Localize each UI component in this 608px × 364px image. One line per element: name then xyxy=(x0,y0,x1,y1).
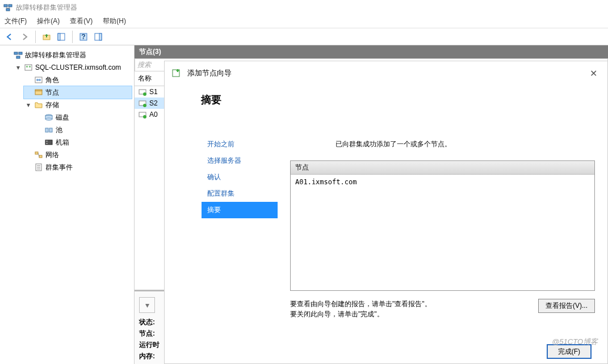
step-summary[interactable]: 摘要 xyxy=(202,202,278,218)
tree-disks[interactable]: 磁盘 xyxy=(34,111,132,124)
menu-view[interactable]: 查看(V) xyxy=(70,16,93,26)
tree-enclosure[interactable]: 机箱 xyxy=(34,136,132,149)
tree-pools[interactable]: 池 xyxy=(34,124,132,136)
tree-events[interactable]: 群集事件 xyxy=(24,161,132,173)
menu-action[interactable]: 操作(A) xyxy=(37,16,60,26)
enclosure-icon xyxy=(44,138,53,147)
column-name[interactable]: 名称 xyxy=(135,71,169,86)
tree-label: SQL-CLUSTER.ixmsoft.com xyxy=(35,62,121,73)
tree-networks[interactable]: 网络 xyxy=(24,149,132,161)
close-button[interactable]: ✕ xyxy=(586,66,601,81)
svg-rect-11 xyxy=(99,33,102,40)
svg-rect-17 xyxy=(29,66,31,67)
hint-line2: 要关闭此向导，请单击"完成"。 xyxy=(290,310,384,318)
cluster-icon xyxy=(24,63,33,72)
svg-rect-32 xyxy=(39,155,42,158)
nodes-icon xyxy=(34,88,43,97)
svg-rect-16 xyxy=(26,66,28,67)
collapse-icon[interactable]: ▾ xyxy=(15,62,22,73)
hint-line1: 要查看由向导创建的报告，请单击"查看报告"。 xyxy=(290,300,431,308)
svg-point-41 xyxy=(143,104,146,107)
svg-rect-29 xyxy=(46,141,48,142)
svg-rect-12 xyxy=(14,52,18,54)
tree-root[interactable]: 故障转移群集管理器 xyxy=(3,49,132,61)
wizard-steps: 开始之前 选择服务器 确认 配置群集 摘要 xyxy=(202,85,278,362)
tree-label: 节点 xyxy=(45,87,59,98)
help-button[interactable]: ? xyxy=(77,31,90,43)
svg-rect-0 xyxy=(4,5,7,7)
menu-help[interactable]: 帮助(H) xyxy=(103,16,126,26)
title-bar: 故障转移群集管理器 xyxy=(0,0,608,15)
svg-rect-14 xyxy=(16,56,20,58)
wizard-titlebar: 添加节点向导 ✕ xyxy=(165,61,607,85)
svg-rect-31 xyxy=(35,152,38,154)
app-icon xyxy=(3,3,12,12)
step-configure[interactable]: 配置群集 xyxy=(202,185,278,202)
server-icon xyxy=(138,87,147,96)
wizard-hint: 要查看由向导创建的报告，请单击"查看报告"。 要关闭此向导，请单击"完成"。 xyxy=(290,299,527,319)
tree-roles[interactable]: 角色 xyxy=(24,74,132,86)
tree-label: 池 xyxy=(56,124,62,136)
result-body: A01.ixmsoft.com xyxy=(291,175,594,189)
tree-cluster[interactable]: ▾ SQL-CLUSTER.ixmsoft.com xyxy=(14,61,132,74)
show-hide-action-pane-button[interactable] xyxy=(92,31,104,43)
server-icon xyxy=(138,99,147,108)
toolbar-separator xyxy=(35,31,36,43)
svg-rect-21 xyxy=(35,91,42,95)
tree-pane: 故障转移群集管理器 ▾ SQL-CLUSTER.ixmsoft.com xyxy=(0,45,135,364)
menu-file[interactable]: 文件(F) xyxy=(5,16,27,26)
menu-bar: 文件(F) 操作(A) 查看(V) 帮助(H) xyxy=(0,15,608,28)
tree-storage[interactable]: ▾ 存储 xyxy=(24,99,132,111)
up-folder-button[interactable] xyxy=(40,31,53,43)
wizard-heading: 摘要 xyxy=(201,85,221,112)
tree-label: 角色 xyxy=(45,74,59,86)
wizard-icon xyxy=(171,68,182,78)
back-button[interactable] xyxy=(3,31,16,43)
svg-text:?: ? xyxy=(81,33,85,41)
svg-rect-15 xyxy=(25,65,32,70)
svg-rect-26 xyxy=(45,128,48,132)
svg-point-39 xyxy=(143,92,146,96)
tree-label: 群集事件 xyxy=(45,162,73,173)
add-node-wizard: 添加节点向导 ✕ 摘要 开始之前 选择服务器 确认 配置群集 摘要 已向群集成功… xyxy=(164,61,608,364)
svg-point-43 xyxy=(143,115,146,118)
window-title: 故障转移群集管理器 xyxy=(16,3,77,12)
step-select[interactable]: 选择服务器 xyxy=(202,153,278,169)
watermark: @51CTO博客 xyxy=(552,337,598,347)
toolbar: ? xyxy=(0,28,608,45)
forward-button[interactable] xyxy=(18,31,31,43)
server-icon xyxy=(138,110,147,119)
cluster-manager-icon xyxy=(14,50,23,60)
network-icon xyxy=(34,150,43,159)
result-header: 节点 xyxy=(291,161,594,175)
svg-point-25 xyxy=(45,118,52,120)
result-box: 节点 A01.ixmsoft.com xyxy=(290,160,595,291)
node-name: A0 xyxy=(149,111,158,118)
view-report-button[interactable]: 查看报告(V)... xyxy=(538,299,595,313)
step-before[interactable]: 开始之前 xyxy=(202,136,278,153)
node-name: S1 xyxy=(149,88,158,96)
node-name: S2 xyxy=(149,99,158,107)
wizard-success-message: 已向群集成功添加了一个或多个节点。 xyxy=(290,91,595,160)
svg-rect-7 xyxy=(58,33,60,40)
tree-label: 机箱 xyxy=(56,137,69,148)
svg-point-19 xyxy=(36,79,39,81)
step-confirm[interactable]: 确认 xyxy=(202,169,278,185)
wizard-title: 添加节点向导 xyxy=(187,68,232,78)
svg-line-33 xyxy=(38,153,39,156)
tree-label: 磁盘 xyxy=(56,112,69,123)
center-header: 节点(3) xyxy=(135,45,608,58)
pool-icon xyxy=(44,125,53,134)
show-hide-tree-button[interactable] xyxy=(55,31,68,43)
svg-rect-22 xyxy=(35,90,42,91)
toolbar-separator xyxy=(72,31,73,43)
expand-toggle[interactable]: ▾ xyxy=(139,297,155,313)
svg-point-20 xyxy=(39,79,41,81)
collapse-icon[interactable]: ▾ xyxy=(25,99,32,111)
svg-rect-30 xyxy=(46,143,48,144)
svg-rect-2 xyxy=(6,9,10,11)
tree-nodes[interactable]: 节点 xyxy=(24,86,132,99)
tree-label: 故障转移群集管理器 xyxy=(25,49,86,61)
disk-icon xyxy=(44,113,53,122)
svg-rect-1 xyxy=(9,5,12,7)
